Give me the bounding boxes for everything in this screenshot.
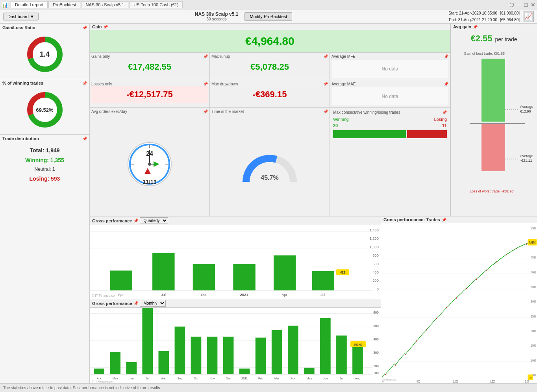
losses-only-cell: Losses only 📌 -€12,517.75: [90, 80, 210, 107]
svg-text:Jul: Jul: [320, 292, 325, 296]
svg-point-128: [385, 374, 386, 375]
svg-point-139: [496, 261, 497, 263]
avg-orders-pin[interactable]: 📌: [203, 109, 208, 114]
maximize-icon[interactable]: □: [524, 2, 528, 8]
svg-rect-70: [142, 308, 153, 374]
gain-header: Gain 📌: [90, 24, 450, 30]
pin-icon-quarterly[interactable]: 📌: [133, 218, 138, 223]
minimize-icon[interactable]: ─: [517, 2, 521, 8]
avg-mae-pin[interactable]: 📌: [444, 82, 448, 86]
app-icon: 📊: [2, 2, 8, 8]
pin-icon-gain[interactable]: 📌: [103, 25, 108, 29]
svg-text:500: 500: [417, 379, 420, 383]
close-icon[interactable]: ✕: [531, 2, 535, 8]
svg-rect-74: [175, 327, 185, 374]
bar-2021: [233, 264, 255, 290]
avg-mfe-cell: Average MFE 📌 No data: [330, 53, 450, 80]
svg-text:Jul: Jul: [340, 377, 344, 380]
svg-text:300: 300: [373, 351, 379, 355]
tab-nas-scalp[interactable]: NAS 30s Scalp v5.1: [81, 1, 128, 8]
winning-bar-label: Winning: [333, 117, 349, 122]
pin-icon-winning[interactable]: 📌: [82, 81, 87, 85]
start-date: 21-Apr-2020 10:35:00: [459, 11, 497, 15]
pin-icon-avg-gain[interactable]: 📌: [473, 25, 478, 29]
bar-apr: [110, 270, 132, 290]
share-icon[interactable]: ⬡: [509, 2, 514, 8]
time-market-pin[interactable]: 📌: [323, 109, 328, 114]
max-consecutive-pin[interactable]: 📌: [442, 110, 447, 115]
monthly-dropdown[interactable]: Monthly: [140, 300, 166, 307]
gain-loss-donut-container: 1.4: [2, 31, 87, 77]
svg-text:1,000: 1,000: [453, 379, 458, 383]
modify-button[interactable]: Modify ProBacktest: [244, 12, 292, 21]
svg-text:-€21.11: -€21.11: [520, 159, 532, 163]
settings-icon[interactable]: 📈: [523, 11, 534, 22]
bottom-charts: Gross performance 📌 Quarterly 1,400 1,20…: [90, 216, 537, 383]
svg-text:Nov: Nov: [210, 377, 215, 380]
quarterly-title: Gross performance: [92, 218, 132, 223]
toolbar-center: NAS 30s Scalp v5.1 30 seconds Modify Pro…: [39, 11, 448, 21]
start-capital: [€1,000.00]: [500, 11, 520, 15]
gains-only-cell: Gains only 📌 €17,482.55: [90, 53, 210, 80]
pin-icon-trades[interactable]: 📌: [442, 218, 446, 222]
gain-loss-ratio-title: Gain/Loss Ratio: [2, 25, 35, 30]
winning-bar: [333, 130, 406, 138]
gain-section: Gain 📌 €4,964.80 Gains only 📌 €17,482.55: [90, 24, 450, 216]
svg-text:421: 421: [340, 270, 346, 274]
svg-text:1,500: 1,500: [490, 379, 495, 383]
svg-point-129: [395, 364, 396, 366]
svg-point-135: [456, 297, 457, 298]
trades-chart-header: Gross performance: Trades 📌: [381, 216, 537, 223]
avg-mfe-pin[interactable]: 📌: [444, 54, 448, 59]
max-consecutive-label: Max consecutive winning/losing trades: [333, 110, 400, 115]
end-date: 31-Aug-2021 21:20:30: [458, 18, 498, 22]
avg-gain-content: €2.55 per trade Gain of best trade: €61.…: [451, 30, 537, 216]
gains-only-pin[interactable]: 📌: [203, 54, 208, 59]
svg-rect-90: [304, 368, 315, 375]
main-content: Gain/Loss Ratio 📌 1.4 % of winning trade…: [0, 24, 537, 383]
per-trade-container: €2.55 per trade: [454, 33, 534, 44]
tab-detailed-report[interactable]: Detailed report: [11, 1, 48, 8]
strategy-name: NAS 30s Scalp v5.1: [195, 11, 239, 17]
bar-oct: [193, 264, 215, 290]
monthly-chart-body: 600 500 400 300 200 100: [90, 308, 381, 383]
svg-point-130: [406, 354, 406, 355]
svg-text:2,500: 2,500: [531, 314, 536, 318]
svg-text:200: 200: [372, 278, 378, 283]
max-runup-pin[interactable]: 📌: [323, 54, 328, 59]
svg-rect-72: [158, 351, 169, 374]
winning-trades-section: % of winning trades 📌 69.52%: [0, 79, 89, 135]
gain-loss-ratio-header: Gain/Loss Ratio 📌: [2, 25, 87, 30]
losing-bar-value: 11: [442, 123, 447, 128]
svg-text:3,000: 3,000: [531, 300, 536, 304]
quarterly-dropdown[interactable]: Quarterly: [140, 217, 168, 224]
svg-text:Average: Average: [520, 154, 533, 158]
svg-text:400: 400: [372, 270, 378, 274]
max-drawdown-pin[interactable]: 📌: [323, 82, 328, 86]
losing-trades: Losing: 593: [6, 174, 84, 184]
dashboard-dropdown[interactable]: Dashboard ▼: [3, 13, 39, 20]
svg-text:5,500: 5,500: [531, 226, 536, 230]
svg-point-141: [517, 248, 517, 249]
svg-point-17: [148, 163, 151, 166]
pin-icon-monthly[interactable]: 📌: [133, 301, 138, 305]
metrics-row: Gain 📌 €4,964.80 Gains only 📌 €17,482.55: [90, 24, 537, 216]
pin-icon-trade-dist[interactable]: 📌: [82, 137, 87, 141]
gains-only-value: €17,482.55: [91, 59, 208, 75]
svg-text:Aug: Aug: [161, 377, 166, 380]
trades-chart-svg: 5,500 5,000 4,500 4,000 3,500 3,000 2,50…: [381, 223, 537, 383]
svg-text:1,000: 1,000: [531, 358, 536, 362]
window-controls: ⬡ ─ □ ✕: [509, 2, 535, 8]
gains-only-label: Gains only: [91, 54, 110, 59]
tab-us-tech[interactable]: US Tech 100 Cash (€1): [129, 1, 183, 8]
svg-text:Dec: Dec: [226, 377, 231, 380]
svg-text:260.65: 260.65: [354, 343, 363, 347]
svg-rect-26: [481, 124, 505, 171]
speedometer-svg: 45.7%: [238, 142, 301, 186]
losses-only-pin[interactable]: 📌: [203, 82, 208, 86]
svg-text:500: 500: [532, 373, 536, 377]
date-range: Start: 21-Apr-2020 10:35:00 [€1,000.00] …: [448, 10, 520, 23]
pin-icon-gain-loss[interactable]: 📌: [82, 26, 87, 30]
tab-probacktest[interactable]: ProBacktest: [48, 1, 80, 8]
svg-text:4,000: 4,000: [531, 270, 536, 274]
